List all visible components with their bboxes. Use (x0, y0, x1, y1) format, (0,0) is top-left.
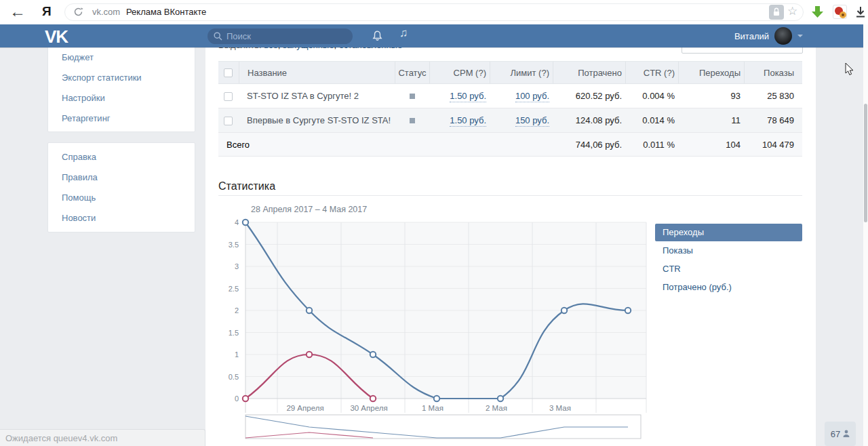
yandex-logo[interactable]: Я (42, 4, 52, 19)
legend-item-1[interactable]: Показы (655, 241, 802, 260)
legend-item-3[interactable]: Потрачено (руб.) (655, 278, 802, 296)
notifications-bell-icon[interactable] (372, 30, 383, 42)
svg-text:29 Апреля: 29 Апреля (286, 404, 323, 412)
online-counter-badge[interactable]: 67 (825, 422, 856, 446)
scrollbar[interactable] (863, 24, 868, 446)
chart-point (370, 352, 376, 357)
search-input[interactable]: Поиск (208, 28, 353, 44)
reload-icon[interactable] (73, 6, 84, 18)
extension-icon[interactable] (833, 5, 847, 19)
browser-back-button[interactable]: ← (8, 1, 27, 20)
svg-text:3: 3 (235, 262, 239, 270)
chart-point (370, 396, 376, 401)
user-menu[interactable]: Виталий (734, 24, 803, 47)
browser-status-bubble: Ожидается queuev4.vk.com (0, 429, 205, 446)
svg-text:28 Апреля 2017 – 4 Мая 2017: 28 Апреля 2017 – 4 Мая 2017 (251, 205, 367, 214)
chart-point (561, 308, 567, 313)
browser-toolbar: ← Я vk.com Реклама ВКонтакте ☆ (0, 0, 868, 24)
svg-text:2: 2 (235, 306, 239, 315)
svg-text:3.5: 3.5 (229, 241, 239, 249)
online-count: 67 (831, 429, 840, 439)
chart-point (243, 396, 248, 401)
avatar (774, 27, 792, 45)
chart-point (307, 308, 312, 313)
scrollbar-thumb[interactable] (864, 104, 867, 222)
svg-text:1: 1 (235, 350, 239, 359)
chevron-down-icon (797, 35, 803, 37)
svg-text:0.5: 0.5 (229, 373, 239, 381)
person-icon (843, 430, 850, 438)
chart-point (498, 396, 503, 401)
chart-legend: ПереходыПоказыCTRПотрачено (руб.) (655, 224, 802, 296)
svg-text:1 Мая: 1 Мая (422, 404, 443, 412)
legend-item-active[interactable]: Переходы (655, 224, 802, 241)
chart-point (307, 352, 312, 357)
svg-text:4: 4 (235, 218, 239, 226)
legend-item-2[interactable]: CTR (655, 260, 802, 278)
user-name: Виталий (734, 31, 769, 41)
chart-point (625, 308, 631, 313)
svg-text:2.5: 2.5 (229, 285, 239, 293)
search-icon (214, 32, 222, 41)
music-icon[interactable]: ♫ (399, 26, 408, 40)
vk-logo[interactable]: VK (45, 26, 68, 47)
lock-icon[interactable] (769, 5, 784, 20)
stats-chart: 28 Апреля 2017 – 4 Мая 201700.511.522.53… (0, 0, 868, 446)
downloads-arrow-icon[interactable] (811, 5, 824, 19)
svg-text:3 Мая: 3 Мая (549, 404, 571, 412)
vk-header: VK Поиск ♫ Виталий (0, 24, 863, 47)
svg-text:1.5: 1.5 (229, 329, 239, 337)
chart-point (434, 396, 439, 401)
search-placeholder: Поиск (226, 31, 251, 41)
status-text: Ожидается queuev4.vk.com (5, 433, 117, 443)
tab-title: Реклама ВКонтакте (126, 7, 206, 17)
svg-text:30 Апреля: 30 Апреля (350, 404, 387, 412)
svg-text:0: 0 (235, 394, 239, 403)
url-host[interactable]: vk.com (92, 7, 120, 17)
mouse-cursor (845, 62, 854, 76)
chart-point (243, 220, 248, 225)
download-icon[interactable] (854, 5, 867, 19)
svg-text:2 Мая: 2 Мая (486, 404, 507, 412)
bookmark-star-icon[interactable]: ☆ (787, 4, 797, 18)
